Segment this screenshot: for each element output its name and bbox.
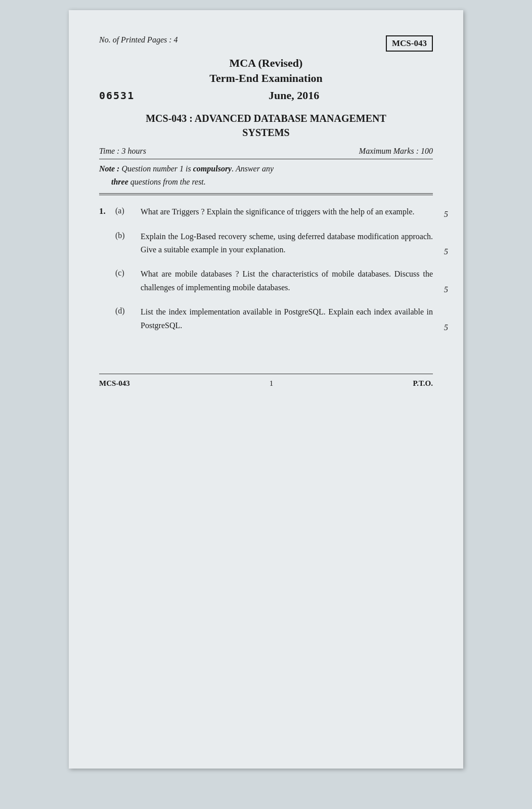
- note-label: Note :: [99, 164, 119, 173]
- marks-1d: 5: [444, 323, 448, 332]
- printed-pages: No. of Printed Pages : 4: [99, 35, 178, 44]
- footer-page: 1: [270, 379, 274, 388]
- sub-text-1d: List the index implementation available …: [141, 305, 433, 332]
- marks-1c: 5: [444, 285, 448, 294]
- sub-questions-1: (a) What are Triggers ? Explain the sign…: [115, 205, 433, 343]
- time-marks-row: Time : 3 hours Maximum Marks : 100: [99, 147, 433, 156]
- marks-1a: 5: [444, 210, 448, 219]
- course-title-line1: MCS-043 : ADVANCED DATABASE MANAGEMENT: [99, 111, 433, 125]
- marks-1b: 5: [444, 247, 448, 256]
- question-1-block: 1. (a) What are Triggers ? Explain the s…: [99, 205, 433, 343]
- note-three: three: [111, 177, 128, 186]
- footer: MCS-043 1 P.T.O.: [99, 374, 433, 388]
- max-marks-label: Maximum Marks : 100: [359, 147, 433, 156]
- top-bar: No. of Printed Pages : 4 MCS-043: [99, 35, 433, 52]
- divider-1: [99, 159, 433, 159]
- sub-q-1d: (d) List the index implementation availa…: [115, 305, 433, 332]
- sub-label-1b: (b): [115, 230, 141, 240]
- time-label: Time : 3 hours: [99, 147, 146, 156]
- sub-q-1a: (a) What are Triggers ? Explain the sign…: [115, 205, 433, 218]
- footer-pto: P.T.O.: [413, 379, 433, 388]
- sub-q-1b: (b) Explain the Log-Based recovery schem…: [115, 230, 433, 257]
- header-row: 06531 June, 2016: [99, 89, 433, 102]
- question-1-number: 1.: [99, 205, 115, 216]
- footer-code: MCS-043: [99, 379, 130, 388]
- exam-date: June, 2016: [155, 89, 433, 102]
- questions-section: 1. (a) What are Triggers ? Explain the s…: [99, 205, 433, 343]
- note-rest: questions from the rest.: [128, 177, 206, 186]
- exam-stamp: 06531: [99, 89, 135, 102]
- sub-text-1c: What are mobile databases ? List the cha…: [141, 267, 433, 294]
- course-title: MCS-043 : ADVANCED DATABASE MANAGEMENT S…: [99, 111, 433, 140]
- note-section: Note : Question number 1 is compulsory. …: [99, 162, 433, 188]
- note-compulsory: compulsory: [193, 164, 232, 173]
- sub-q-1c: (c) What are mobile databases ? List the…: [115, 267, 433, 294]
- mca-title: MCA (Revised): [99, 57, 433, 70]
- note-text-after: . Answer any: [232, 164, 274, 173]
- header-center: MCA (Revised) Term-End Examination: [99, 57, 433, 85]
- sub-text-1b: Explain the Log-Based recovery scheme, u…: [141, 230, 433, 257]
- term-end-label: Term-End Examination: [99, 72, 433, 85]
- sub-text-1a: What are Triggers ? Explain the signific…: [141, 205, 433, 218]
- course-code-box: MCS-043: [386, 35, 433, 52]
- sub-label-1d: (d): [115, 305, 141, 316]
- double-divider: [99, 193, 433, 195]
- note-text-before: Question number 1 is: [119, 164, 193, 173]
- sub-label-1a: (a): [115, 205, 141, 215]
- course-title-line2: SYSTEMS: [99, 125, 433, 140]
- question-1-row: 1. (a) What are Triggers ? Explain the s…: [99, 205, 433, 343]
- sub-label-1c: (c): [115, 267, 141, 278]
- exam-paper: No. of Printed Pages : 4 MCS-043 MCA (Re…: [69, 10, 463, 769]
